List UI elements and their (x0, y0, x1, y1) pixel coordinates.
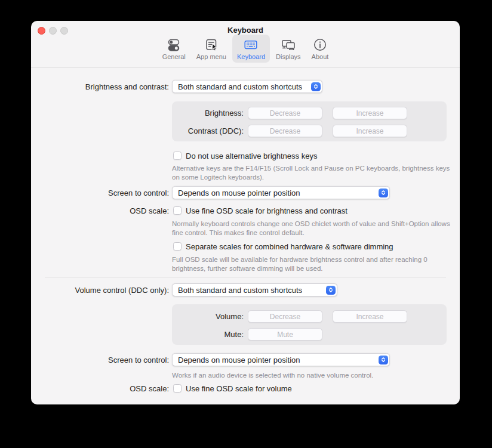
brightness-shortcut-popup[interactable]: Both standard and custom shortcuts (172, 80, 322, 93)
brightness-shortcuts-panel: Brightness: Decrease Increase Contrast (… (172, 101, 447, 141)
window-title: Keyboard (31, 26, 460, 35)
screen-control-row: Screen to control: Depends on mouse poin… (31, 186, 390, 199)
toggles-icon (166, 37, 182, 52)
volume-screen-control-row: Screen to control: Depends on mouse poin… (31, 353, 390, 366)
screen-control-popup[interactable]: Depends on mouse pointer position (172, 186, 390, 199)
alt-keys-help-text: Alternative keys are the F14/F15 (Scroll… (172, 164, 453, 181)
tab-app-menu[interactable]: App menu (192, 35, 231, 63)
separate-scales-checkbox[interactable] (173, 242, 182, 251)
alt-keys-row: Do not use alternative brightness keys (31, 151, 317, 160)
brightness-shortcut-row: Brightness and contrast: Both standard a… (31, 80, 322, 93)
popup-value: Depends on mouse pointer position (178, 189, 300, 197)
tab-keyboard[interactable]: Keyboard (232, 35, 270, 63)
mute-label: Mute: (172, 330, 244, 339)
tab-label: Keyboard (237, 53, 265, 61)
alt-keys-checkbox[interactable] (173, 152, 182, 160)
volume-screen-help-text: Works if an audio device is selected wit… (172, 371, 373, 380)
tab-label: App menu (196, 53, 226, 61)
volume-control-label: Volume control (DDC only): (31, 286, 169, 295)
fine-osd-checkbox[interactable] (173, 206, 182, 215)
brightness-label: Brightness: (172, 109, 244, 118)
toolbar: General App menu (31, 35, 460, 63)
contrast-label: Contrast (DDC): (172, 126, 244, 135)
volume-buttons-row: Volume: Decrease Increase (172, 310, 417, 323)
popup-value: Depends on mouse pointer position (178, 356, 300, 364)
volume-osd-scale-row: OSD scale: Use fine OSD scale for volume (31, 384, 292, 393)
screen: Keyboard General (0, 0, 492, 448)
volume-fine-osd-checkbox[interactable] (173, 384, 182, 393)
volume-label: Volume: (172, 312, 244, 321)
osd-scale-label: OSD scale: (31, 206, 169, 215)
brightness-contrast-label: Brightness and contrast: (31, 82, 169, 91)
volume-increase-button[interactable]: Increase (333, 310, 407, 323)
brightness-buttons-row: Brightness: Decrease Increase (172, 107, 417, 119)
tab-label: General (162, 53, 186, 61)
screen-control-label: Screen to control: (31, 189, 169, 197)
mute-button[interactable]: Mute (248, 328, 322, 341)
volume-screen-control-label: Screen to control: (31, 356, 169, 364)
separate-scales-help-text: Full OSD scale will be available for har… (172, 255, 453, 273)
fine-osd-help-text: Normally keyboard controls change one OS… (172, 220, 453, 237)
volume-shortcut-row: Volume control (DDC only): Both standard… (31, 283, 337, 296)
mute-button-row: Mute: Mute (172, 328, 333, 341)
displays-icon (281, 37, 296, 52)
separate-scales-checkbox-label: Separate scales for combined hardware & … (186, 242, 393, 251)
tab-label: About (312, 53, 329, 61)
volume-osd-scale-label: OSD scale: (31, 384, 169, 393)
popup-value: Both standard and custom shortcuts (178, 82, 302, 91)
info-icon (312, 37, 328, 52)
brightness-decrease-button[interactable]: Decrease (248, 107, 322, 119)
tab-label: Displays (276, 53, 301, 61)
separate-scales-row: Separate scales for combined hardware & … (31, 242, 393, 251)
popup-value: Both standard and custom shortcuts (178, 286, 302, 295)
volume-shortcut-popup[interactable]: Both standard and custom shortcuts (172, 283, 337, 296)
popup-stepper-icon (311, 82, 321, 91)
alt-keys-checkbox-label: Do not use alternative brightness keys (186, 152, 317, 160)
popup-stepper-icon (379, 356, 388, 364)
volume-shortcuts-panel: Volume: Decrease Increase Mute: Mute (172, 304, 447, 345)
contrast-increase-button[interactable]: Increase (333, 125, 407, 137)
toolbar-divider (31, 67, 460, 68)
popup-stepper-icon (379, 189, 388, 197)
popup-stepper-icon (326, 286, 336, 295)
osd-scale-row: OSD scale: Use fine OSD scale for bright… (31, 206, 348, 215)
contrast-buttons-row: Contrast (DDC): Decrease Increase (172, 125, 417, 137)
section-divider (45, 277, 446, 277)
tab-displays[interactable]: Displays (271, 35, 306, 63)
volume-decrease-button[interactable]: Decrease (248, 310, 322, 323)
tab-general[interactable]: General (158, 35, 190, 63)
contrast-decrease-button[interactable]: Decrease (248, 125, 322, 137)
volume-fine-osd-checkbox-label: Use fine OSD scale for volume (186, 384, 292, 393)
volume-screen-control-popup[interactable]: Depends on mouse pointer position (172, 353, 390, 366)
settings-window: Keyboard General (31, 21, 460, 404)
fine-osd-checkbox-label: Use fine OSD scale for brightness and co… (186, 206, 348, 215)
tab-about[interactable]: About (307, 35, 334, 63)
brightness-increase-button[interactable]: Increase (333, 107, 407, 119)
menu-document-cursor-icon (204, 37, 219, 52)
keyboard-icon (243, 37, 259, 52)
